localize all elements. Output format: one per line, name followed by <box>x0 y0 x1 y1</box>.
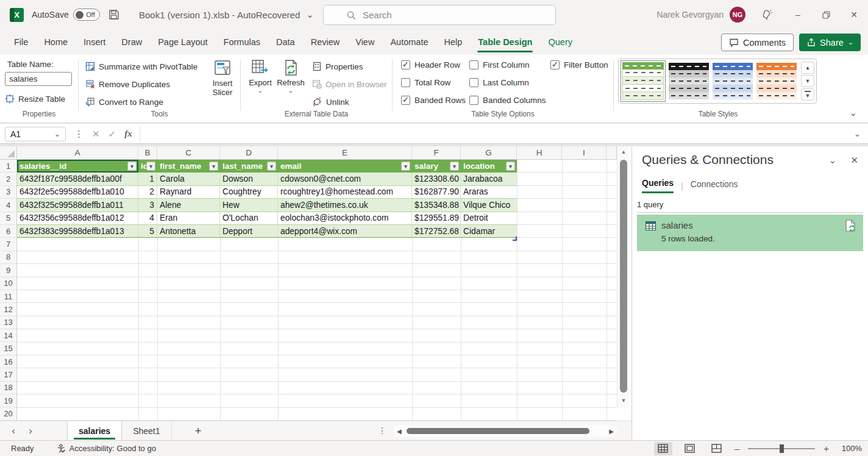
resize-table-button[interactable]: Resize Table <box>5 91 65 106</box>
accessibility-status[interactable]: Accessibility: Good to go <box>56 444 156 454</box>
tab-table-design[interactable]: Table Design <box>470 29 540 55</box>
convert-to-range-button[interactable]: Convert to Range <box>85 94 163 109</box>
autosave-toggle[interactable]: Off <box>73 9 100 21</box>
cell[interactable]: 3 <box>138 199 157 211</box>
export-button[interactable]: Export ⌄ <box>245 59 276 94</box>
checkbox-icon[interactable] <box>550 60 560 69</box>
tab-file[interactable]: File <box>6 29 36 55</box>
row-header[interactable]: 10 <box>0 277 17 290</box>
prev-sheet-button[interactable]: ‹ <box>5 425 22 437</box>
table-style-blue[interactable] <box>712 62 753 100</box>
cell[interactable]: $129551.89 <box>412 212 461 224</box>
table-style-orange[interactable] <box>756 62 797 100</box>
tab-draw[interactable]: Draw <box>113 29 150 55</box>
column-header-g[interactable]: G <box>461 146 517 160</box>
cell[interactable]: eolochan3@istockphoto.com <box>278 212 412 224</box>
row-header[interactable]: 20 <box>0 407 17 420</box>
row-header[interactable]: 16 <box>0 355 17 368</box>
unlink-button[interactable]: Unlink <box>312 94 349 109</box>
column-header-d[interactable]: D <box>220 146 278 160</box>
panel-dropdown-icon[interactable]: ⌄ <box>828 155 836 166</box>
export-dropdown-icon[interactable]: ⌄ <box>258 87 263 94</box>
refresh-dropdown-icon[interactable]: ⌄ <box>288 87 293 94</box>
tab-insert[interactable]: Insert <box>76 29 113 55</box>
tab-automate[interactable]: Automate <box>382 29 436 55</box>
close-button[interactable]: ✕ <box>840 0 868 29</box>
tab-data[interactable]: Data <box>268 29 303 55</box>
zoom-in-button[interactable]: + <box>824 443 829 454</box>
gallery-scroll-down-button[interactable]: ▼ <box>801 75 814 87</box>
cell[interactable]: ahew2@thetimes.co.uk <box>278 199 412 211</box>
page-break-view-button[interactable] <box>708 442 726 455</box>
row-header[interactable]: 15 <box>0 342 17 355</box>
scroll-right-icon[interactable]: ▶ <box>609 428 614 435</box>
table-row[interactable]: 6432f2e5c99588deffb1a010 2 Raynard Cough… <box>17 186 517 199</box>
vertical-scroll-thumb[interactable] <box>620 160 627 393</box>
tab-help[interactable]: Help <box>436 29 470 55</box>
cell[interactable]: $123308.60 <box>412 173 461 185</box>
table-row[interactable]: 6432f187c99588deffb1a00f 1 Carola Dowson… <box>17 173 517 185</box>
insert-function-icon[interactable]: fx <box>124 129 132 139</box>
page-layout-view-button[interactable] <box>681 442 699 455</box>
scroll-down-icon[interactable]: ▼ <box>617 395 630 406</box>
checkbox-icon[interactable] <box>469 60 478 69</box>
zoom-level[interactable]: 100% <box>838 444 862 453</box>
next-sheet-button[interactable]: › <box>22 425 39 437</box>
share-button[interactable]: Share ⌄ <box>799 34 861 51</box>
row-header[interactable]: 2 <box>0 173 17 185</box>
cell[interactable]: 6432f2e5c99588deffb1a010 <box>17 186 138 198</box>
row-header[interactable]: 6 <box>0 225 17 238</box>
sheet-tab-salaries[interactable]: salaries <box>67 421 122 441</box>
cell[interactable]: 6432f383c99588deffb1a013 <box>17 225 138 237</box>
cell[interactable]: 6432f187c99588deffb1a00f <box>17 173 138 185</box>
collapse-ribbon-icon[interactable]: ⌄ <box>849 107 857 118</box>
select-all-corner[interactable] <box>0 146 17 160</box>
tab-view[interactable]: View <box>347 29 382 55</box>
cell[interactable]: Araras <box>461 186 517 198</box>
row-header[interactable]: 14 <box>0 329 17 342</box>
cell[interactable]: Detroit <box>461 212 517 224</box>
filter-button[interactable]: ▾ <box>267 162 276 171</box>
scrollbar-splitter-icon[interactable]: ⋮ <box>378 426 386 435</box>
comments-button[interactable]: Comments <box>721 34 794 51</box>
banded-columns-checkbox[interactable]: Banded Columns <box>469 96 546 105</box>
zoom-slider-thumb[interactable] <box>780 444 784 453</box>
cell[interactable]: rcoughtrey1@homestead.com <box>278 186 412 198</box>
row-header[interactable]: 13 <box>0 316 17 329</box>
minimize-button[interactable]: – <box>784 0 812 29</box>
cell[interactable]: Alene <box>157 199 220 211</box>
cell[interactable]: $135348.88 <box>412 199 461 211</box>
cell[interactable]: Raynard <box>157 186 220 198</box>
query-name[interactable]: salaries <box>661 220 693 230</box>
row-header[interactable]: 12 <box>0 303 17 316</box>
row-header[interactable]: 7 <box>0 238 17 251</box>
table-styles-gallery[interactable]: ▲ ▼ ▼ <box>618 59 817 104</box>
name-box-splitter-icon[interactable]: ⋮ <box>74 129 84 140</box>
column-header-h[interactable]: H <box>517 146 562 160</box>
table-style-green[interactable] <box>621 60 666 102</box>
checkbox-icon[interactable] <box>401 96 410 105</box>
zoom-slider[interactable] <box>748 448 815 449</box>
gallery-more-button[interactable]: ▼ <box>801 88 814 101</box>
tab-formulas[interactable]: Formulas <box>216 29 268 55</box>
cell[interactable]: Eran <box>157 212 220 224</box>
add-sheet-button[interactable]: + <box>195 424 202 438</box>
row-header[interactable]: 9 <box>0 264 17 277</box>
filter-button-checkbox[interactable]: Filter Button <box>550 60 608 69</box>
row-header[interactable]: 11 <box>0 290 17 303</box>
restore-button[interactable] <box>812 0 840 29</box>
filter-button[interactable]: ▾ <box>127 162 137 171</box>
gallery-scroll-up-button[interactable]: ▲ <box>801 62 814 74</box>
header-row-checkbox[interactable]: Header Row <box>401 60 460 69</box>
cell[interactable]: Antonetta <box>157 225 220 237</box>
name-box-dropdown-icon[interactable]: ⌄ <box>54 130 60 138</box>
tab-review[interactable]: Review <box>303 29 348 55</box>
sheet-tab-sheet1[interactable]: Sheet1 <box>122 421 171 441</box>
cell[interactable]: 6432f325c99588deffb1a011 <box>17 199 138 211</box>
cell[interactable]: 1 <box>138 173 157 185</box>
avatar[interactable]: NG <box>730 7 745 23</box>
tab-page-layout[interactable]: Page Layout <box>150 29 215 55</box>
formula-input[interactable] <box>140 127 850 141</box>
cell[interactable]: $172752.68 <box>412 225 461 237</box>
row-header[interactable]: 5 <box>0 212 17 225</box>
